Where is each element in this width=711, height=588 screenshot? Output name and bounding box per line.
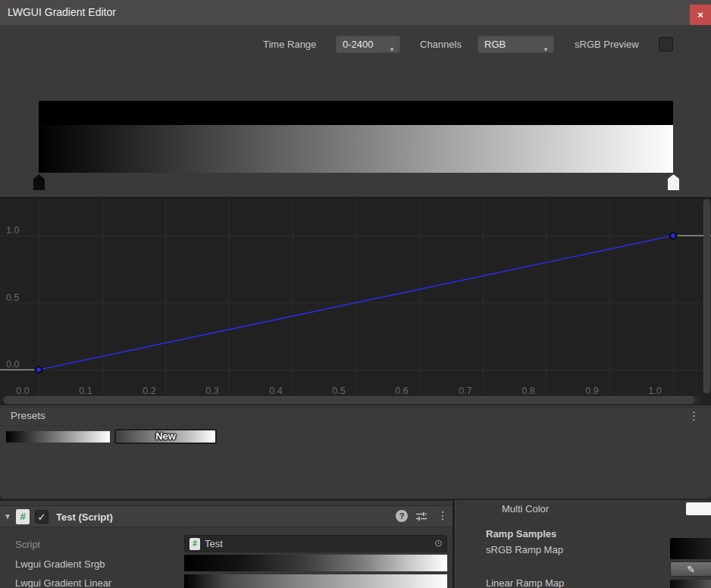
multi-color-label: Multi Color (502, 503, 549, 514)
new-preset-button[interactable]: New (114, 429, 217, 444)
screen: LWGUI Gradient Editor × Time Range 0-240… (0, 0, 711, 588)
presets-title: Presets (11, 410, 45, 421)
kebab-menu-icon[interactable]: ⋮ (688, 409, 700, 423)
srgb-preview-label: sRGB Preview (575, 39, 639, 50)
srgb-gradient-label: Lwgui Gradient Srgb (15, 558, 105, 570)
object-picker-icon[interactable]: ⊙ (434, 537, 443, 549)
inspector-panel: ▼ # ✓ Test (Script) ? ⋮ Script # (0, 501, 453, 588)
component-enabled-checkbox[interactable]: ✓ (35, 510, 49, 524)
linear-ramp-map-label: Linear Ramp Map (486, 577, 564, 588)
vertical-scrollbar[interactable] (703, 199, 710, 393)
curve-key-end (669, 232, 677, 239)
srgb-ramp-texture-thumbnail[interactable] (670, 538, 711, 559)
horizontal-scrollbar[interactable] (2, 396, 702, 405)
material-panel: Multi Color Ramp Samples sRGB Ramp Map ✎… (455, 500, 711, 588)
channels-label: Channels (420, 39, 462, 50)
editor-background: ▼ # ✓ Test (Script) ? ⋮ Script # (0, 499, 711, 588)
gradient-editor-window: LWGUI Gradient Editor × Time Range 0-240… (0, 0, 711, 499)
preset-gradient-swatch[interactable] (6, 431, 110, 443)
chevron-down-icon: ▼ (543, 42, 549, 58)
gradient-alpha-strip[interactable] (39, 101, 673, 125)
component-header[interactable]: ▼ # ✓ Test (Script) ? ⋮ (0, 505, 453, 527)
curve-plot (0, 198, 711, 406)
presets-slider-icon[interactable] (415, 511, 428, 525)
close-button[interactable]: × (690, 5, 711, 25)
pencil-icon: ✎ (687, 564, 695, 575)
channels-dropdown[interactable]: RGB ▼ (478, 36, 554, 53)
foldout-icon[interactable]: ▼ (4, 512, 11, 521)
srgb-ramp-map-label: sRGB Ramp Map (486, 544, 563, 555)
gradient-key-right[interactable] (668, 174, 679, 190)
time-range-value: 0-2400 (343, 39, 373, 50)
edit-ramp-button[interactable]: ✎ (670, 561, 711, 577)
srgb-preview-checkbox[interactable] (659, 37, 673, 52)
time-range-label: Time Range (263, 39, 316, 50)
script-object-value: Test (205, 538, 223, 549)
titlebar[interactable]: LWGUI Gradient Editor × (0, 0, 711, 25)
curve-key-start (35, 366, 42, 374)
csharp-script-icon: # (16, 509, 30, 524)
help-icon[interactable]: ? (396, 510, 408, 522)
linear-gradient-field[interactable] (184, 574, 447, 588)
chevron-down-icon: ▼ (389, 42, 395, 58)
linear-ramp-texture-thumbnail[interactable] (670, 580, 711, 588)
horizontal-scrollbar-thumb[interactable] (4, 396, 695, 404)
channels-value: RGB (484, 39, 506, 50)
script-row-label: Script (15, 539, 40, 550)
curve-editor[interactable]: 1.0 0.5 0.0 0.0 0.1 0.2 0.3 0.4 0.5 0.6 … (0, 197, 711, 405)
multi-color-swatch[interactable] (686, 502, 711, 515)
time-range-dropdown[interactable]: 0-2400 ▼ (336, 36, 400, 53)
window-title: LWGUI Gradient Editor (8, 0, 116, 25)
csharp-script-icon: # (189, 538, 200, 550)
linear-gradient-label: Lwgui Gradient Linear (15, 577, 111, 588)
kebab-menu-icon[interactable]: ⋮ (437, 509, 448, 521)
script-object-field[interactable]: # Test ⊙ (184, 535, 447, 552)
gradient-key-left[interactable] (33, 174, 45, 190)
srgb-gradient-field[interactable] (184, 555, 447, 571)
component-title: Test (Script) (56, 511, 113, 523)
gradient-preview-strip[interactable] (39, 125, 673, 173)
ramp-samples-header: Ramp Samples (486, 528, 556, 540)
presets-header: Presets ⋮ (0, 407, 711, 426)
